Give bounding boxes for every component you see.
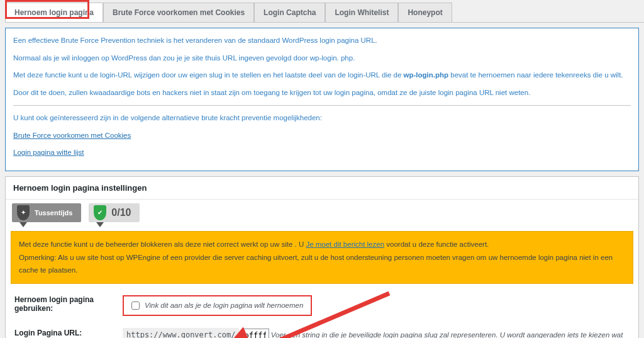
warn-line1a: Met deze functie kunt u de beheerder blo… (19, 240, 306, 248)
checkbox-rename-login[interactable] (131, 301, 140, 310)
info-p3c: bevat te hernoemen naar iedere tekenreek… (448, 71, 623, 79)
tab-honeypot[interactable]: Honeypot (398, 3, 452, 22)
warning-panel: Met deze functie kunt u de beheerder blo… (11, 231, 633, 284)
checkbox-rename-text: Vink dit aan als je de login pagina wilt… (145, 301, 303, 309)
badge-intermediate-label: Tussentijds (35, 209, 72, 217)
info-p5: U kunt ook geïnteresseerd zijn in de vol… (13, 112, 631, 125)
badge-score: ✔ 0/10 (89, 203, 140, 222)
info-p2: Normaal als je wil inloggen op WordPress… (13, 52, 631, 65)
info-p3a: Met deze functie kunt u de login-URL wij… (13, 71, 404, 79)
warn-line1b: voordat u deze functie activeert. (384, 240, 489, 248)
security-badges: ✦ Tussentijds ✔ 0/10 (6, 200, 638, 226)
badge-score-value: 0/10 (111, 207, 131, 218)
base-url-text: https://www.qonvert.com/ (123, 328, 239, 338)
tab-login-captcha[interactable]: Login Captcha (254, 3, 325, 22)
shield-check-icon: ✔ (94, 205, 106, 220)
badge-intermediate: ✦ Tussentijds (12, 203, 81, 222)
row-rename-label: Hernoem login pagina gebruiken: (6, 289, 119, 322)
tab-login-whitelist[interactable]: Login Whitelist (325, 3, 398, 22)
warn-line2: Opmerking: Als u uw site host op WPEngin… (19, 251, 625, 277)
info-panel: Een effectieve Brute Force Prevention te… (5, 28, 639, 171)
settings-tabs: Hernoem login pagina Brute Force voorkom… (5, 3, 644, 23)
link-login-whitelist[interactable]: Login pagina witte lijst (13, 149, 84, 156)
link-brute-force-cookies[interactable]: Brute Force voorkomen met Cookies (13, 132, 131, 139)
settings-panel: Hernoem login pagina instellingen ✦ Tuss… (5, 176, 639, 338)
info-p1: Een effectieve Brute Force Prevention te… (13, 37, 377, 44)
tab-brute-force-cookies[interactable]: Brute Force voorkomen met Cookies (103, 3, 254, 22)
info-p3b: wp-login.php (404, 71, 449, 79)
shield-icon: ✦ (17, 205, 30, 220)
info-p4: Door dit te doen, zullen kwaadaardige bo… (13, 87, 631, 99)
row-url-label: Login Pagina URL: (6, 322, 119, 338)
warn-read-link[interactable]: Je moet dit bericht lezen (306, 240, 384, 248)
section-heading: Hernoem login pagina instellingen (6, 177, 638, 200)
login-slug-input[interactable] (242, 329, 269, 338)
checkbox-rename-wrapper[interactable]: Vink dit aan als je de login pagina wilt… (123, 295, 312, 316)
tab-rename-login[interactable]: Hernoem login pagina (5, 3, 103, 22)
